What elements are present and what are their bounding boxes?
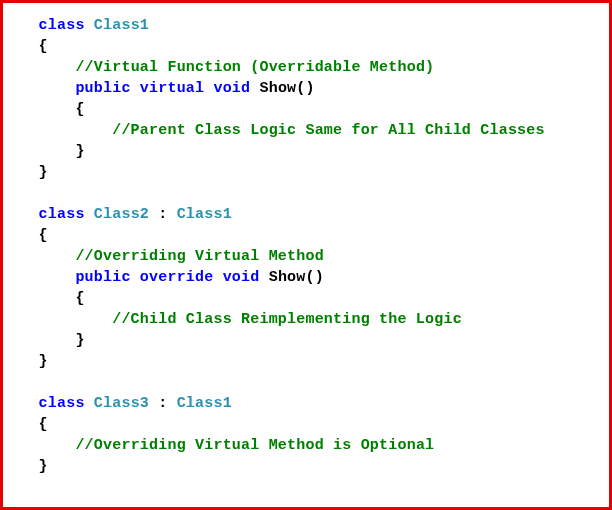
keyword-virtual: virtual: [140, 80, 204, 97]
type-class3: Class3: [94, 395, 149, 412]
code-block: class Class1 { //Virtual Function (Overr…: [11, 15, 601, 477]
brace-open: {: [39, 38, 48, 55]
keyword-class: class: [39, 395, 85, 412]
comment-child-logic: //Child Class Reimplementing the Logic: [112, 311, 462, 328]
keyword-class: class: [39, 206, 85, 223]
keyword-public: public: [75, 80, 130, 97]
keyword-void: void: [213, 80, 250, 97]
brace-open: {: [39, 227, 48, 244]
brace-open: {: [75, 101, 84, 118]
comment-parent-logic: //Parent Class Logic Same for All Child …: [112, 122, 544, 139]
inherit-colon: :: [149, 395, 177, 412]
code-snippet-frame: class Class1 { //Virtual Function (Overr…: [0, 0, 612, 510]
comment-optional: //Overriding Virtual Method is Optional: [75, 437, 434, 454]
inherit-colon: :: [149, 206, 177, 223]
type-class1: Class1: [177, 206, 232, 223]
brace-close: }: [75, 332, 84, 349]
method-name: Show: [259, 80, 296, 97]
brace-open: {: [75, 290, 84, 307]
type-class1: Class1: [177, 395, 232, 412]
keyword-class: class: [39, 17, 85, 34]
comment-overriding: //Overriding Virtual Method: [75, 248, 323, 265]
brace-close: }: [39, 164, 48, 181]
brace-close: }: [39, 353, 48, 370]
type-class2: Class2: [94, 206, 149, 223]
brace-close: }: [75, 143, 84, 160]
type-class1: Class1: [94, 17, 149, 34]
keyword-override: override: [140, 269, 214, 286]
comment-virtual-function: //Virtual Function (Overridable Method): [75, 59, 434, 76]
brace-open: {: [39, 416, 48, 433]
parens: (): [296, 80, 314, 97]
parens: (): [306, 269, 324, 286]
brace-close: }: [39, 458, 48, 475]
keyword-void: void: [223, 269, 260, 286]
method-name: Show: [269, 269, 306, 286]
keyword-public: public: [75, 269, 130, 286]
